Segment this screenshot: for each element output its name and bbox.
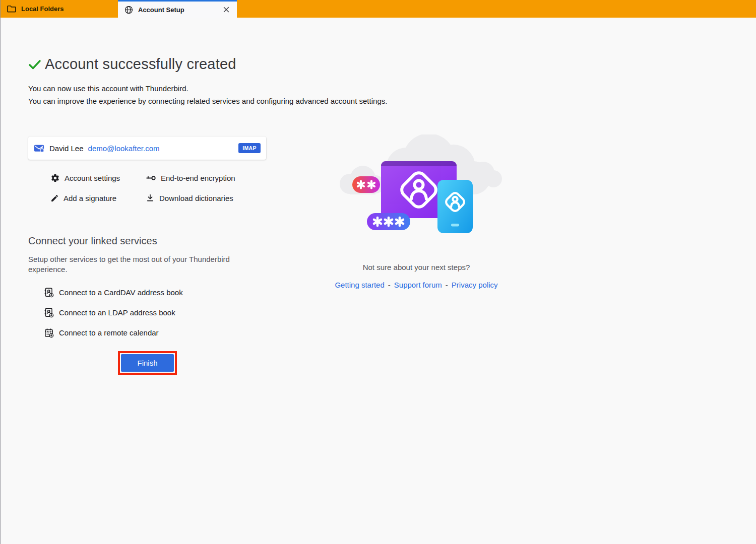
download-dictionaries-link[interactable]: Download dictionaries [146, 192, 235, 204]
check-icon [28, 58, 41, 71]
end-to-end-encryption-link[interactable]: End-to-end encryption [146, 172, 235, 184]
link-separator: - [388, 281, 391, 289]
connect-calendar-label: Connect to a remote calendar [59, 328, 159, 337]
linked-services-description: Setup other services to get the most out… [28, 254, 246, 275]
account-card: David Lee demo@lookafter.com IMAP [28, 137, 266, 160]
support-forum-link[interactable]: Support forum [394, 281, 442, 289]
globe-icon [124, 6, 133, 14]
address-book-add-icon [44, 307, 54, 318]
intro-line-1: You can now use this account with Thunde… [28, 82, 387, 95]
connect-carddav-link[interactable]: Connect to a CardDAV address book [44, 287, 183, 298]
account-setup-success-page: Account successfully created You can now… [1, 18, 756, 544]
tab-bar: Local Folders Account Setup [1, 0, 756, 18]
connect-calendar-link[interactable]: Connect to a remote calendar [44, 327, 183, 338]
tab-local-folders[interactable]: Local Folders [1, 0, 118, 18]
end-to-end-encryption-label: End-to-end encryption [161, 174, 235, 182]
calendar-add-icon [44, 327, 54, 338]
linked-services-list: Connect to a CardDAV address book [44, 287, 183, 338]
account-settings-link[interactable]: Account settings [50, 172, 146, 184]
protocol-badge: IMAP [238, 143, 261, 153]
password-pill-large [367, 213, 410, 230]
key-icon [146, 174, 156, 182]
finish-button-highlight: Finish [118, 351, 177, 375]
download-dictionaries-label: Download dictionaries [159, 194, 233, 202]
tab-account-setup-label: Account Setup [138, 6, 184, 14]
close-tab-icon[interactable] [222, 6, 230, 14]
linked-services-title: Connect your linked services [28, 235, 157, 247]
tab-account-setup[interactable]: Account Setup [118, 0, 237, 18]
page-title: Account successfully created [45, 56, 236, 73]
intro-line-2: You can improve the experience by connec… [28, 95, 387, 107]
getting-started-link[interactable]: Getting started [335, 281, 384, 289]
folder-icon [7, 5, 16, 13]
privacy-policy-link[interactable]: Privacy policy [452, 281, 498, 289]
pencil-icon [50, 194, 59, 202]
connect-ldap-label: Connect to an LDAP address book [59, 308, 175, 317]
finish-button[interactable]: Finish [121, 354, 174, 372]
thunderbird-window: Local Folders Account Setup [0, 0, 756, 544]
connect-carddav-label: Connect to a CardDAV address book [59, 288, 183, 297]
quick-actions: Account settings End-to-end encryption [50, 172, 235, 204]
success-heading: Account successfully created [28, 56, 236, 73]
account-name: David Lee [49, 144, 84, 153]
gear-icon [50, 173, 60, 183]
link-separator: - [446, 281, 448, 289]
password-pill-small [352, 176, 380, 193]
mail-lock-icon [34, 144, 45, 153]
connect-ldap-link[interactable]: Connect to an LDAP address book [44, 307, 183, 318]
add-signature-link[interactable]: Add a signature [50, 192, 146, 204]
help-question: Not sure about your next steps? [318, 263, 515, 271]
intro-text: You can now use this account with Thunde… [28, 82, 387, 107]
account-email-link[interactable]: demo@lookafter.com [88, 144, 160, 153]
phone-shape [437, 180, 473, 233]
tab-local-folders-label: Local Folders [21, 5, 64, 13]
add-signature-label: Add a signature [64, 194, 116, 202]
security-illustration [331, 134, 502, 249]
account-settings-label: Account settings [65, 174, 120, 182]
download-icon [146, 193, 155, 202]
help-links: Getting started-Support forum-Privacy po… [318, 281, 515, 289]
address-book-add-icon [44, 287, 54, 298]
